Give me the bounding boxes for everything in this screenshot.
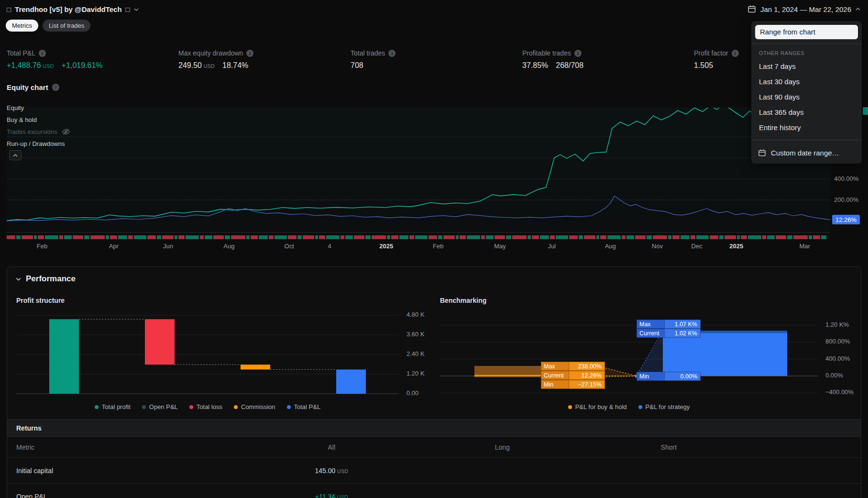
date-range-control[interactable]: Jan 1, 2024 — Mar 22, 2026 — [747, 5, 860, 13]
trade-markers-strip[interactable] — [7, 235, 826, 239]
metric-label: Total P&L — [7, 49, 35, 57]
legend-pl-buy-hold[interactable]: P&L for buy & hold — [568, 403, 627, 410]
y-axis-tick: 0.00 — [407, 389, 418, 397]
trade-marker — [776, 235, 786, 239]
profit-structure-svg — [16, 312, 399, 398]
info-icon[interactable]: i — [574, 50, 582, 57]
menu-item-last-7-days[interactable]: Last 7 days — [751, 59, 862, 74]
chevron-up-icon — [856, 8, 860, 11]
metric-label: Max equity drawdown — [178, 49, 243, 57]
info-icon[interactable]: i — [246, 50, 253, 57]
metric-extra: 268/708 — [556, 61, 583, 70]
menu-item-custom-date-range[interactable]: Custom date range… — [751, 144, 862, 161]
col-long: Long — [408, 443, 596, 451]
strategy-title[interactable]: □ Trendhoo [v5] by @DaviddTech □ — [7, 5, 139, 13]
calendar-icon — [758, 149, 766, 157]
legend-commission[interactable]: Commission — [234, 403, 275, 410]
strategy-stats-table-top: Max1.07 K% Current1.02 K% — [637, 320, 701, 338]
trade-marker — [387, 235, 390, 239]
trade-marker — [205, 235, 212, 239]
trade-marker — [540, 235, 549, 239]
metric-max-drawdown: Max equity drawdowni 249.50USD18.74% — [178, 49, 253, 70]
x-axis-tick: Feb — [433, 243, 443, 250]
y-axis-tick: 1.20 K — [407, 370, 425, 377]
benchmarking-legend: P&L for buy & hold P&L for strategy — [440, 403, 818, 410]
returns-table-header: Metric All Long Short — [7, 437, 861, 458]
trade-marker — [762, 235, 766, 239]
trade-marker — [354, 235, 364, 239]
trade-marker — [429, 235, 437, 239]
trade-marker — [365, 235, 371, 239]
trade-marker — [34, 235, 37, 239]
title-emoji-placeholder-2: □ — [126, 5, 130, 13]
equity-current-badge-sliver — [863, 107, 868, 115]
trade-marker — [809, 235, 812, 239]
returns-section-header: Returns — [7, 419, 861, 437]
menu-item-range-from-chart[interactable]: Range from chart — [755, 25, 858, 39]
table-row-initial-capital: Initial capital 145.00 USD — [7, 458, 861, 484]
trade-marker — [467, 235, 480, 239]
trade-marker — [668, 235, 671, 239]
legend-total-pl[interactable]: Total P&L — [287, 403, 321, 410]
trade-marker — [647, 235, 652, 239]
metric-extra: +1,019.61% — [62, 61, 103, 70]
trade-marker — [259, 235, 268, 239]
trade-marker — [532, 235, 539, 239]
y-axis-tick: 400.00% — [825, 355, 850, 362]
trade-marker — [134, 235, 146, 239]
menu-section-label: OTHER RANGES — [751, 48, 862, 59]
trade-marker — [600, 235, 606, 239]
trade-marker — [90, 235, 105, 239]
trade-marker — [315, 235, 318, 239]
info-icon[interactable]: i — [39, 50, 46, 57]
trade-marker — [213, 235, 224, 239]
trade-marker — [38, 235, 44, 239]
x-axis-tick: Aug — [605, 243, 616, 250]
view-tabs: Metrics List of trades — [6, 20, 90, 32]
x-axis-tick: Jun — [163, 243, 173, 250]
trade-marker — [710, 235, 718, 239]
metric-profit-factor: Profit factori 1.505 — [694, 49, 739, 70]
legend-total-profit[interactable]: Total profit — [95, 403, 131, 410]
x-axis-tick: Feb — [37, 243, 47, 250]
trade-marker — [64, 235, 72, 239]
legend-open-pl[interactable]: Open P&L — [142, 403, 178, 410]
help-icon[interactable]: ? — [52, 84, 59, 91]
metric-label: Total trades — [351, 49, 385, 57]
info-icon[interactable]: i — [388, 50, 396, 57]
trade-marker — [128, 235, 133, 239]
trade-marker — [200, 235, 204, 239]
strategy-tester-page: { "header": { "tofu": "□", "title": "Tre… — [0, 0, 868, 498]
tab-list-of-trades[interactable]: List of trades — [43, 20, 90, 32]
trade-marker — [178, 235, 185, 239]
tab-metrics[interactable]: Metrics — [6, 20, 38, 32]
trade-marker — [486, 235, 494, 239]
benchmarking-chart: Max238.00% Current12.26% Min−27.15% Max1… — [440, 312, 861, 398]
trade-marker — [409, 235, 414, 239]
performance-title: Performance — [26, 274, 76, 284]
strategy-stats-table-min: Min0.00% — [637, 372, 701, 381]
menu-item-last-365-days[interactable]: Last 365 days — [751, 105, 862, 120]
legend-total-loss[interactable]: Total loss — [189, 403, 222, 410]
trade-marker — [269, 235, 274, 239]
trade-marker — [527, 235, 531, 239]
trade-marker — [59, 235, 63, 239]
trade-marker — [653, 235, 667, 239]
menu-item-entire-history[interactable]: Entire history — [751, 120, 862, 135]
trade-marker — [157, 235, 161, 239]
col-short: Short — [596, 443, 741, 451]
trade-marker — [84, 235, 89, 239]
info-icon[interactable]: i — [732, 50, 739, 57]
menu-item-last-90-days[interactable]: Last 90 days — [751, 89, 862, 105]
legend-pl-strategy[interactable]: P&L for strategy — [638, 403, 690, 410]
trade-marker — [438, 235, 442, 239]
trade-marker — [460, 235, 466, 239]
performance-section-header[interactable]: Performance — [16, 274, 76, 284]
equity-chart-plot[interactable] — [7, 108, 830, 233]
trade-marker — [737, 235, 740, 239]
trade-marker — [73, 235, 83, 239]
menu-item-last-30-days[interactable]: Last 30 days — [751, 74, 862, 89]
trade-marker — [821, 235, 826, 239]
trade-marker — [297, 235, 302, 239]
trade-marker — [725, 235, 736, 239]
